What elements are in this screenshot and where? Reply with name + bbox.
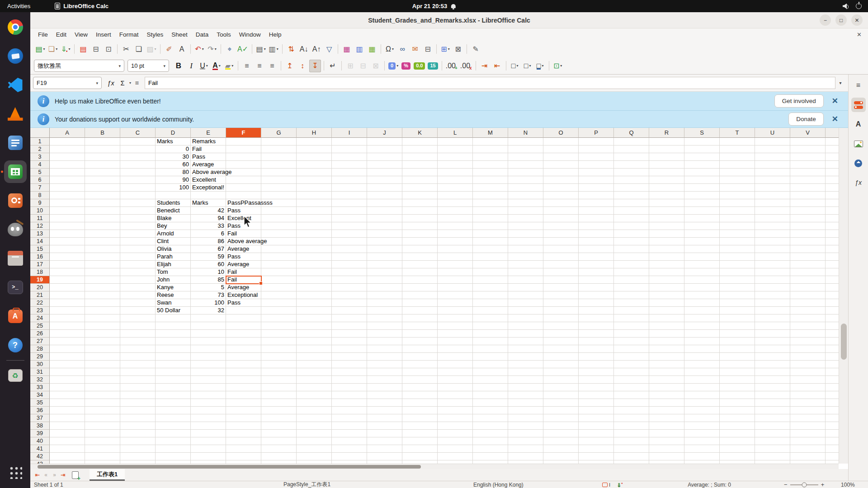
show-draw-functions-button[interactable]: ✎ xyxy=(470,43,481,56)
cell-O37[interactable] xyxy=(543,414,579,422)
sort-button[interactable]: ⇅ xyxy=(285,43,297,56)
cell-O9[interactable] xyxy=(543,199,579,207)
cell-F30[interactable] xyxy=(226,361,261,368)
cell-M1[interactable] xyxy=(473,138,508,145)
cell-W28[interactable] xyxy=(826,345,839,353)
cell-T19[interactable] xyxy=(720,276,755,284)
cell-A35[interactable] xyxy=(50,399,85,407)
cell-H20[interactable] xyxy=(297,284,332,291)
cell-G27[interactable] xyxy=(261,338,297,345)
zoom-in-button[interactable]: + xyxy=(821,481,825,488)
cell-E4[interactable]: Average xyxy=(191,161,226,169)
cell-H23[interactable] xyxy=(297,307,332,314)
cell-A40[interactable] xyxy=(50,437,85,445)
cell-J28[interactable] xyxy=(367,345,402,353)
cell-S33[interactable] xyxy=(684,384,720,391)
cell-C8[interactable] xyxy=(120,192,156,199)
cell-J7[interactable] xyxy=(367,184,402,192)
cell-A9[interactable] xyxy=(50,199,85,207)
cell-K21[interactable] xyxy=(402,291,438,299)
cell-C15[interactable] xyxy=(120,245,156,253)
cell-T37[interactable] xyxy=(720,414,755,422)
page-style-status[interactable]: PageStyle_工作表1 xyxy=(283,481,473,488)
cell-O1[interactable] xyxy=(543,138,579,145)
cell-I7[interactable] xyxy=(332,184,367,192)
cell-M28[interactable] xyxy=(473,345,508,353)
cell-P2[interactable] xyxy=(579,145,614,153)
cell-O31[interactable] xyxy=(543,368,579,376)
cell-G40[interactable] xyxy=(261,437,297,445)
cell-I12[interactable] xyxy=(332,222,367,230)
column-header-G[interactable]: G xyxy=(261,128,297,138)
cut-button[interactable]: ✂ xyxy=(120,43,132,56)
cell-P33[interactable] xyxy=(579,384,614,391)
cell-B33[interactable] xyxy=(85,384,120,391)
cell-H8[interactable] xyxy=(297,192,332,199)
cell-H5[interactable] xyxy=(297,169,332,176)
cell-C24[interactable] xyxy=(120,314,156,322)
cell-P27[interactable] xyxy=(579,338,614,345)
language-status[interactable]: English (Hong Kong) xyxy=(473,482,602,488)
cell-U30[interactable] xyxy=(755,361,790,368)
cell-J39[interactable] xyxy=(367,430,402,437)
cell-T17[interactable] xyxy=(720,261,755,268)
cell-G39[interactable] xyxy=(261,430,297,437)
cell-E16[interactable]: 59 xyxy=(191,253,226,261)
cell-J40[interactable] xyxy=(367,437,402,445)
cell-S4[interactable] xyxy=(684,161,720,169)
cell-Q35[interactable] xyxy=(614,399,649,407)
cell-L42[interactable] xyxy=(438,453,473,460)
close-infobar-icon[interactable]: ✕ xyxy=(832,114,838,124)
cell-D10[interactable]: Benedict xyxy=(156,207,191,215)
cell-T18[interactable] xyxy=(720,268,755,276)
print-button[interactable]: ⊟ xyxy=(90,43,102,56)
expand-formula-bar-button[interactable]: ▾ xyxy=(835,80,845,85)
cell-N11[interactable] xyxy=(508,215,543,222)
cell-K3[interactable] xyxy=(402,153,438,161)
cell-N38[interactable] xyxy=(508,422,543,430)
cell-H9[interactable] xyxy=(297,199,332,207)
cell-T36[interactable] xyxy=(720,407,755,414)
row-header-37[interactable]: 37 xyxy=(30,414,50,422)
cell-M7[interactable] xyxy=(473,184,508,192)
cell-L29[interactable] xyxy=(438,353,473,361)
cell-V14[interactable] xyxy=(790,238,826,245)
cell-L16[interactable] xyxy=(438,253,473,261)
cell-L30[interactable] xyxy=(438,361,473,368)
cell-F1[interactable] xyxy=(226,138,261,145)
cell-O28[interactable] xyxy=(543,345,579,353)
cell-O33[interactable] xyxy=(543,384,579,391)
cell-K16[interactable] xyxy=(402,253,438,261)
cell-G35[interactable] xyxy=(261,399,297,407)
cell-N9[interactable] xyxy=(508,199,543,207)
row-header-12[interactable]: 12 xyxy=(30,222,50,230)
cell-R17[interactable] xyxy=(649,261,684,268)
cell-H15[interactable] xyxy=(297,245,332,253)
cell-E37[interactable] xyxy=(191,414,226,422)
cell-D23[interactable]: 50 Dollar xyxy=(156,307,191,314)
cell-O21[interactable] xyxy=(543,291,579,299)
row-header-1[interactable]: 1 xyxy=(30,138,50,145)
last-sheet-button[interactable]: ⇥ xyxy=(59,472,67,478)
cell-T31[interactable] xyxy=(720,368,755,376)
cell-I6[interactable] xyxy=(332,176,367,184)
column-header-R[interactable]: R xyxy=(649,128,684,138)
new-button-dropdown[interactable]: ▾ xyxy=(43,47,45,51)
cell-A14[interactable] xyxy=(50,238,85,245)
cell-W20[interactable] xyxy=(826,284,839,291)
font-size-combo[interactable]: 10 pt ▾ xyxy=(127,60,169,72)
cell-G34[interactable] xyxy=(261,391,297,399)
cell-O43[interactable] xyxy=(543,460,579,464)
cell-J2[interactable] xyxy=(367,145,402,153)
cell-W43[interactable] xyxy=(826,460,839,464)
cell-E5[interactable]: Above average xyxy=(191,169,226,176)
select-function-button[interactable]: Σ xyxy=(117,77,128,89)
cell-U14[interactable] xyxy=(755,238,790,245)
cell-K6[interactable] xyxy=(402,176,438,184)
cell-B6[interactable] xyxy=(85,176,120,184)
cell-C13[interactable] xyxy=(120,230,156,238)
cell-D41[interactable] xyxy=(156,445,191,453)
cell-M41[interactable] xyxy=(473,445,508,453)
cell-D3[interactable]: 30 xyxy=(156,153,191,161)
cell-I42[interactable] xyxy=(332,453,367,460)
